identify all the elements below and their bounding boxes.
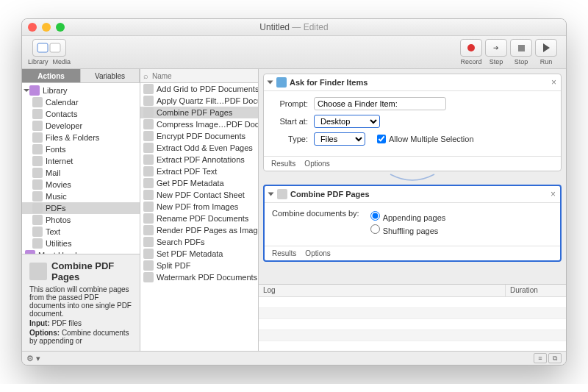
- radio-shuffle[interactable]: [370, 224, 380, 234]
- action-item[interactable]: Extract Odd & Even Pages: [140, 142, 258, 154]
- library-item[interactable]: Files & Folders: [22, 132, 140, 143]
- titlebar[interactable]: Untitled — Edited: [22, 19, 566, 36]
- view-flow-icon[interactable]: ⧉: [548, 353, 562, 363]
- library-item[interactable]: Library: [22, 85, 140, 96]
- log-area: Log Duration: [259, 284, 566, 351]
- library-item[interactable]: Utilities: [22, 238, 140, 249]
- library-item[interactable]: Movies: [22, 179, 140, 190]
- toolbar: LibraryMedia Record ➔ Step Stop Run: [22, 36, 566, 69]
- radio-append[interactable]: [370, 211, 380, 221]
- type-label: Type:: [271, 135, 308, 143]
- actions-list[interactable]: Add Grid to PDF DocumentsApply Quartz Fi…: [140, 83, 258, 351]
- bottom-bar: ⚙︎ ▾ ≡ ⧉: [22, 351, 566, 365]
- action-item[interactable]: Get PDF Metadata: [140, 177, 258, 189]
- record-button[interactable]: Record: [460, 39, 482, 65]
- action-item[interactable]: Split PDF: [140, 260, 258, 271]
- automator-window: Untitled — Edited LibraryMedia Record ➔ …: [21, 18, 567, 366]
- pdf-icon: [277, 189, 287, 199]
- library-item[interactable]: Calendar: [22, 96, 140, 108]
- library-item[interactable]: Contacts: [22, 108, 140, 120]
- stop-button[interactable]: Stop: [510, 39, 532, 65]
- workflow-canvas[interactable]: Ask for Finder Items × Prompt: Start at:…: [259, 69, 566, 284]
- search-icon: ⌕: [143, 71, 148, 80]
- close-step-button[interactable]: ×: [551, 77, 556, 88]
- results-link[interactable]: Results: [271, 160, 295, 168]
- log-rows: [259, 297, 566, 352]
- action-item[interactable]: Render PDF Pages as Images: [140, 224, 258, 236]
- record-icon: [467, 44, 475, 51]
- run-button[interactable]: Run: [535, 39, 557, 65]
- action-item[interactable]: Add Grid to PDF Documents: [140, 83, 258, 95]
- prompt-input[interactable]: [314, 97, 446, 110]
- combine-label: Combine documents by:: [272, 209, 359, 218]
- action-item[interactable]: Search PDFs: [140, 236, 258, 248]
- tab-variables[interactable]: Variables: [81, 69, 140, 82]
- pdf-action-icon: [29, 263, 47, 280]
- step-icon: ➔: [493, 44, 499, 51]
- gear-menu[interactable]: ⚙︎ ▾: [26, 354, 40, 363]
- library-item[interactable]: Internet: [22, 155, 140, 167]
- workflow-step-ask-finder: Ask for Finder Items × Prompt: Start at:…: [263, 74, 562, 171]
- action-item[interactable]: Combine PDF Pages: [140, 107, 258, 118]
- options-link[interactable]: Options: [304, 160, 329, 168]
- library-item[interactable]: PDFs: [22, 202, 140, 214]
- library-item[interactable]: Developer: [22, 120, 140, 132]
- action-item[interactable]: Encrypt PDF Documents: [140, 130, 258, 142]
- action-item[interactable]: Compress Image…PDF Documents: [140, 118, 258, 130]
- stop-icon: [518, 45, 525, 51]
- library-list[interactable]: LibraryCalendarContactsDeveloperFiles & …: [22, 83, 140, 254]
- close-step-button[interactable]: ×: [551, 189, 556, 199]
- finder-icon: [276, 77, 287, 88]
- window-title: Untitled — Edited: [22, 22, 566, 32]
- library-item[interactable]: Mail: [22, 167, 140, 179]
- actions-column: ⌕ Add Grid to PDF DocumentsApply Quartz …: [140, 69, 259, 351]
- action-item[interactable]: Rename PDF Documents: [140, 213, 258, 224]
- library-item[interactable]: Music: [22, 190, 140, 202]
- type-select[interactable]: Files: [314, 132, 365, 146]
- search-input[interactable]: [151, 71, 255, 81]
- allow-multiple-checkbox[interactable]: [377, 135, 386, 143]
- library-media-toggle[interactable]: LibraryMedia: [28, 39, 71, 65]
- library-item[interactable]: Text: [22, 226, 140, 238]
- library-item[interactable]: Fonts: [22, 143, 140, 155]
- disclosure-icon[interactable]: [268, 81, 273, 85]
- step-connector: [263, 174, 562, 182]
- tab-actions[interactable]: Actions: [22, 69, 81, 82]
- prompt-label: Prompt:: [271, 99, 308, 108]
- action-item[interactable]: Extract PDF Annotations: [140, 154, 258, 165]
- library-tabs: Actions Variables: [22, 69, 140, 83]
- step-button[interactable]: ➔ Step: [485, 39, 507, 65]
- radio-shuffle-label: Shuffling pages: [383, 227, 439, 235]
- action-item[interactable]: New PDF from Images: [140, 201, 258, 213]
- library-column: Actions Variables LibraryCalendarContact…: [22, 69, 140, 351]
- disclosure-icon[interactable]: [268, 193, 274, 196]
- action-item[interactable]: New PDF Contact Sheet: [140, 189, 258, 201]
- step-title: Ask for Finder Items: [290, 78, 368, 87]
- options-link[interactable]: Options: [305, 249, 330, 257]
- workflow-step-combine-pdf: Combine PDF Pages × Combine documents by…: [263, 185, 562, 262]
- view-toggle[interactable]: ≡ ⧉: [534, 353, 562, 363]
- action-item[interactable]: Apply Quartz Filt…PDF Documents: [140, 95, 258, 107]
- allow-multiple-label: Allow Multiple Selection: [389, 135, 474, 143]
- description-panel: Combine PDF Pages This action will combi…: [22, 254, 140, 351]
- step-title: Combine PDF Pages: [290, 190, 370, 199]
- play-icon: [543, 43, 550, 52]
- action-item[interactable]: Extract PDF Text: [140, 165, 258, 177]
- action-item[interactable]: Set PDF Metadata: [140, 248, 258, 260]
- workflow-column: Ask for Finder Items × Prompt: Start at:…: [259, 69, 566, 351]
- gear-icon: ⚙︎: [26, 354, 34, 363]
- log-col-duration[interactable]: Duration: [506, 285, 566, 296]
- log-col-log[interactable]: Log: [259, 285, 506, 296]
- svg-rect-0: [37, 43, 48, 52]
- action-item[interactable]: Watermark PDF Documents: [140, 271, 258, 283]
- library-item[interactable]: Photos: [22, 214, 140, 226]
- search-bar: ⌕: [140, 69, 258, 83]
- results-link[interactable]: Results: [272, 249, 296, 257]
- radio-append-label: Appending pages: [383, 213, 446, 222]
- svg-rect-1: [50, 43, 60, 52]
- view-list-icon[interactable]: ≡: [534, 353, 547, 363]
- start-label: Start at:: [271, 117, 308, 126]
- start-select[interactable]: Desktop: [314, 115, 380, 128]
